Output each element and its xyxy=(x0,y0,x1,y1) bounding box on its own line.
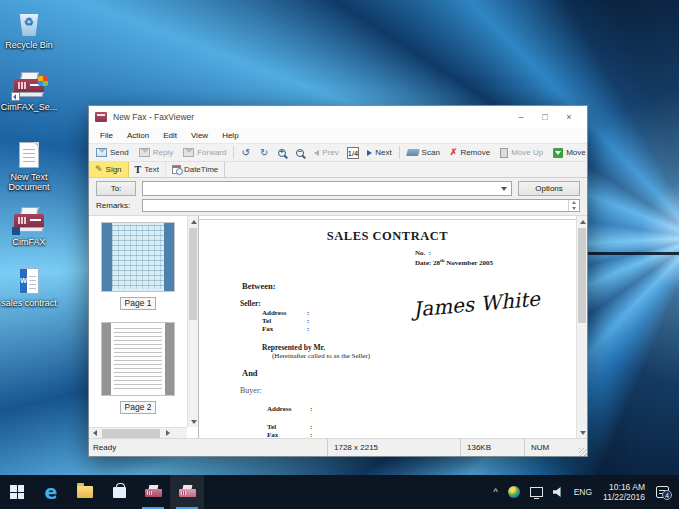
forward-button[interactable]: Forward xyxy=(178,145,231,161)
titlebar[interactable]: New Fax - FaxViewer – □ × xyxy=(89,106,587,128)
remarks-spinner[interactable] xyxy=(568,200,579,211)
zoom-in-button[interactable]: + xyxy=(273,145,291,161)
desktop-icon-label: CimFAX_Se... xyxy=(0,102,58,112)
options-button[interactable]: Options xyxy=(518,181,580,196)
prev-arrow-icon xyxy=(314,150,319,156)
contract-title: SALES CONTRACT xyxy=(199,229,576,244)
scroll-down-icon[interactable] xyxy=(188,416,199,427)
page1-thumbnail[interactable] xyxy=(101,222,175,292)
desktop-icon-cimfax[interactable]: CimFAX xyxy=(0,205,58,247)
tray-time: 10:16 AM xyxy=(603,482,645,492)
desktop: ♻ Recycle Bin CimFAX_Se... New Text Docu… xyxy=(0,0,679,509)
show-hidden-icons-button[interactable]: ^ xyxy=(488,475,502,509)
zoom-in-icon: + xyxy=(278,149,286,157)
window-title: New Fax - FaxViewer xyxy=(113,112,194,122)
scroll-down-icon[interactable] xyxy=(577,427,588,438)
word-document-icon: W xyxy=(12,266,46,296)
remove-button[interactable]: ✗ Remove xyxy=(445,145,495,161)
move-up-icon xyxy=(500,148,508,158)
taskbar-edge-button[interactable]: e xyxy=(34,475,68,509)
shortcut-arrow-icon xyxy=(11,92,20,101)
network-button[interactable] xyxy=(525,475,548,509)
menu-file[interactable]: File xyxy=(93,131,120,140)
sign-button[interactable]: ✎ Sign xyxy=(89,162,129,177)
next-page-button[interactable]: Next xyxy=(362,145,396,161)
page2-thumbnail[interactable] xyxy=(101,322,175,396)
hereinafter-line: (Hereinafter called to as the Seller) xyxy=(272,352,370,360)
scroll-up-icon[interactable] xyxy=(188,216,199,227)
buyer-fax-label: Fax xyxy=(267,431,278,438)
reply-button[interactable]: Reply xyxy=(134,145,178,161)
page-indicator[interactable]: 1/4 xyxy=(347,147,359,159)
main-toolbar: Send Reply Forward ↺ ↻ + − Prev 1/4 Nex xyxy=(89,144,587,162)
zoom-out-button[interactable]: − xyxy=(291,145,309,161)
spinner-up-icon xyxy=(572,201,576,204)
contract-no-line: No. : xyxy=(415,249,431,257)
document-vertical-scrollbar[interactable] xyxy=(576,216,587,438)
fax-document-icon xyxy=(179,485,196,499)
scrollbar-thumb[interactable] xyxy=(578,228,586,323)
next-arrow-icon xyxy=(367,150,372,156)
text-tool-button[interactable]: T Text xyxy=(129,162,166,177)
taskbar-cimfax-button[interactable] xyxy=(136,475,170,509)
menu-help[interactable]: Help xyxy=(215,131,245,140)
remarks-input[interactable] xyxy=(142,199,580,212)
toolbar-separator xyxy=(399,146,400,159)
taskbar-faxviewer-button[interactable] xyxy=(170,475,204,509)
buyer-tel-label: Tel xyxy=(267,423,276,431)
taskbar-file-explorer-button[interactable] xyxy=(68,475,102,509)
maximize-button[interactable]: □ xyxy=(533,108,557,126)
fax-page[interactable]: SALES CONTRACT No. : Date: 28th November… xyxy=(199,219,576,438)
datetime-button[interactable]: DateTime xyxy=(166,162,224,177)
desktop-icon-label: CimFAX xyxy=(0,237,58,247)
minimize-button[interactable]: – xyxy=(509,108,533,126)
status-filesize: 136KB xyxy=(460,439,524,456)
clock[interactable]: 10:16 AM 11/22/2016 xyxy=(597,475,651,509)
thumbnail-horizontal-scrollbar[interactable] xyxy=(89,427,187,438)
scroll-right-icon[interactable] xyxy=(162,428,173,439)
menu-view[interactable]: View xyxy=(184,131,215,140)
tray-app-button[interactable] xyxy=(503,475,525,509)
notification-badge: 4 xyxy=(662,490,672,500)
language-indicator[interactable]: ENG xyxy=(569,475,597,509)
status-num-lock: NUM xyxy=(524,439,579,456)
desktop-icon-sales-contract[interactable]: W sales contract xyxy=(0,266,58,308)
desktop-icon-label: New Text Document xyxy=(0,172,58,192)
volume-button[interactable] xyxy=(548,475,569,509)
recipient-combobox[interactable] xyxy=(142,181,512,196)
document-view[interactable]: SALES CONTRACT No. : Date: 28th November… xyxy=(199,216,587,438)
scan-button[interactable]: Scan xyxy=(402,145,445,161)
seller-fax-label: Fax xyxy=(262,325,273,333)
action-center-button[interactable]: 4 xyxy=(651,475,679,509)
buyer-label: Buyer: xyxy=(240,386,262,395)
to-button[interactable]: To: xyxy=(96,181,136,196)
start-button[interactable] xyxy=(0,475,34,509)
thumbnail-vertical-scrollbar[interactable] xyxy=(187,216,198,427)
recycle-bin-icon: ♻ xyxy=(12,8,46,38)
desktop-icon-new-text-document[interactable]: New Text Document xyxy=(0,140,58,192)
close-button[interactable]: × xyxy=(557,108,581,126)
app-fax-icon xyxy=(95,112,107,122)
desktop-icon-recycle-bin[interactable]: ♻ Recycle Bin xyxy=(0,8,58,50)
rotate-left-button[interactable]: ↺ xyxy=(236,145,254,161)
menu-action[interactable]: Action xyxy=(120,131,156,140)
text-file-icon xyxy=(12,140,46,170)
rotate-left-icon: ↺ xyxy=(241,148,249,158)
taskbar-store-button[interactable] xyxy=(102,475,136,509)
page1-label[interactable]: Page 1 xyxy=(120,297,157,310)
scrollbar-thumb[interactable] xyxy=(189,228,197,320)
rotate-right-button[interactable]: ↻ xyxy=(255,145,273,161)
prev-page-button[interactable]: Prev xyxy=(309,145,343,161)
page2-label[interactable]: Page 2 xyxy=(120,401,157,414)
signature[interactable]: James White xyxy=(388,284,564,323)
scroll-left-icon[interactable] xyxy=(89,428,100,439)
scrollbar-thumb[interactable] xyxy=(102,429,160,438)
scroll-up-icon[interactable] xyxy=(577,216,588,227)
resize-grip[interactable] xyxy=(579,448,587,456)
desktop-icon-cimfax-shortcut[interactable]: CimFAX_Se... xyxy=(0,70,58,112)
move-down-button[interactable]: Move Do xyxy=(548,145,587,161)
send-button[interactable]: Send xyxy=(91,145,134,161)
menu-edit[interactable]: Edit xyxy=(156,131,184,140)
move-up-button[interactable]: Move Up xyxy=(495,145,548,161)
status-ready: Ready xyxy=(89,439,327,456)
